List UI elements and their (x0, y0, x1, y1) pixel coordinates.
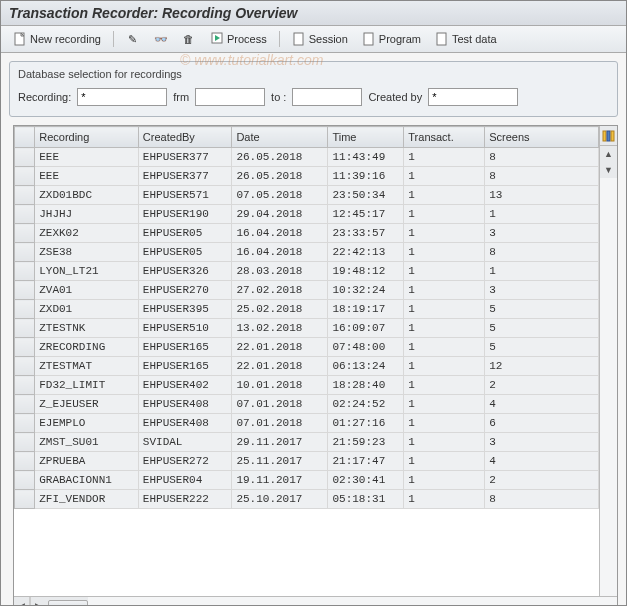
column-time[interactable]: Time (328, 127, 404, 148)
row-selector[interactable] (15, 338, 35, 357)
vscroll-track[interactable] (600, 178, 617, 596)
row-selector-header[interactable] (15, 127, 35, 148)
svg-rect-3 (364, 33, 373, 45)
table-row[interactable]: GRABACIONN1EHPUSER0419.11.201702:30:4112 (15, 471, 599, 490)
scroll-right-icon[interactable]: ▶ (30, 597, 46, 606)
row-selector[interactable] (15, 376, 35, 395)
table-row[interactable]: ZXD01BDCEHPUSER57107.05.201823:50:34113 (15, 186, 599, 205)
scroll-down-icon[interactable]: ▼ (600, 162, 617, 178)
cell-screens: 8 (485, 148, 599, 167)
to-label: to : (271, 91, 286, 103)
configure-columns-icon[interactable] (600, 126, 617, 146)
cell-recording: ZXD01 (35, 300, 139, 319)
test-data-button[interactable]: Test data (431, 30, 501, 48)
table-row[interactable]: ZMST_SU01SVIDAL29.11.201721:59:2313 (15, 433, 599, 452)
new-recording-label: New recording (30, 33, 101, 45)
table-row[interactable]: ZPRUEBAEHPUSER27225.11.201721:17:4714 (15, 452, 599, 471)
row-selector[interactable] (15, 300, 35, 319)
row-selector[interactable] (15, 433, 35, 452)
delete-button[interactable]: 🗑 (178, 30, 200, 48)
created-by-input[interactable] (428, 88, 518, 106)
cell-created-by: EHPUSER395 (138, 300, 232, 319)
column-created-by[interactable]: CreatedBy (138, 127, 232, 148)
hscroll-thumb[interactable] (48, 600, 88, 607)
scroll-left-icon[interactable]: ◀ (14, 597, 30, 606)
cell-created-by: EHPUSER408 (138, 395, 232, 414)
application-toolbar: New recording ✎ 👓 🗑 Process Session Prog… (1, 26, 626, 53)
recordings-table: Recording CreatedBy Date Time Transact. … (14, 126, 599, 509)
horizontal-scrollbar[interactable]: ◀ ▶ (14, 596, 617, 606)
table-row[interactable]: FD32_LIMITEHPUSER40210.01.201818:28:4012 (15, 376, 599, 395)
cell-time: 02:30:41 (328, 471, 404, 490)
table-row[interactable]: ZTESTMATEHPUSER16522.01.201806:13:24112 (15, 357, 599, 376)
row-selector[interactable] (15, 357, 35, 376)
hscroll-track[interactable] (88, 597, 617, 606)
frm-input[interactable] (195, 88, 265, 106)
row-selector[interactable] (15, 167, 35, 186)
cell-transact: 1 (404, 224, 485, 243)
row-selector[interactable] (15, 490, 35, 509)
cell-screens: 1 (485, 262, 599, 281)
new-recording-button[interactable]: New recording (9, 30, 105, 48)
column-screens[interactable]: Screens (485, 127, 599, 148)
cell-recording: Z_EJEUSER (35, 395, 139, 414)
cell-transact: 1 (404, 357, 485, 376)
vertical-scrollbar[interactable]: ▲ ▼ (599, 126, 617, 596)
row-selector[interactable] (15, 395, 35, 414)
program-button[interactable]: Program (358, 30, 425, 48)
table-row[interactable]: JHJHJEHPUSER19029.04.201812:45:1711 (15, 205, 599, 224)
cell-transact: 1 (404, 243, 485, 262)
session-button[interactable]: Session (288, 30, 352, 48)
cell-time: 23:33:57 (328, 224, 404, 243)
scroll-up-icon[interactable]: ▲ (600, 146, 617, 162)
row-selector[interactable] (15, 414, 35, 433)
cell-screens: 8 (485, 490, 599, 509)
table-row[interactable]: EEEEHPUSER37726.05.201811:43:4918 (15, 148, 599, 167)
table-row[interactable]: ZVA01EHPUSER27027.02.201810:32:2413 (15, 281, 599, 300)
cell-screens: 4 (485, 452, 599, 471)
column-recording[interactable]: Recording (35, 127, 139, 148)
column-transact[interactable]: Transact. (404, 127, 485, 148)
table-row[interactable]: EEEEHPUSER37726.05.201811:39:1618 (15, 167, 599, 186)
table-row[interactable]: Z_EJEUSEREHPUSER40807.01.201802:24:5214 (15, 395, 599, 414)
row-selector[interactable] (15, 452, 35, 471)
cell-time: 10:32:24 (328, 281, 404, 300)
row-selector[interactable] (15, 224, 35, 243)
row-selector[interactable] (15, 319, 35, 338)
row-selector[interactable] (15, 148, 35, 167)
table-row[interactable]: ZSE38EHPUSER0516.04.201822:42:1318 (15, 243, 599, 262)
cell-recording: EEE (35, 167, 139, 186)
column-date[interactable]: Date (232, 127, 328, 148)
to-input[interactable] (292, 88, 362, 106)
cell-screens: 3 (485, 224, 599, 243)
created-by-label: Created by (368, 91, 422, 103)
row-selector[interactable] (15, 471, 35, 490)
table-row[interactable]: ZFI_VENDOREHPUSER22225.10.201705:18:3118 (15, 490, 599, 509)
test-data-label: Test data (452, 33, 497, 45)
row-selector[interactable] (15, 205, 35, 224)
cell-created-by: EHPUSER408 (138, 414, 232, 433)
cell-time: 19:48:12 (328, 262, 404, 281)
table-row[interactable]: ZRECORDINGEHPUSER16522.01.201807:48:0015 (15, 338, 599, 357)
cell-date: 22.01.2018 (232, 338, 328, 357)
cell-date: 07.01.2018 (232, 395, 328, 414)
toolbar-separator (113, 31, 114, 47)
process-button[interactable]: Process (206, 30, 271, 48)
table-row[interactable]: ZTESTNKEHPUSER51013.02.201816:09:0715 (15, 319, 599, 338)
table-row[interactable]: LYON_LT21EHPUSER32628.03.201819:48:1211 (15, 262, 599, 281)
recording-input[interactable] (77, 88, 167, 106)
row-selector[interactable] (15, 281, 35, 300)
glasses-button[interactable]: 👓 (150, 30, 172, 48)
table-row[interactable]: ZEXK02EHPUSER0516.04.201823:33:5713 (15, 224, 599, 243)
cell-recording: ZVA01 (35, 281, 139, 300)
table-row[interactable]: ZXD01EHPUSER39525.02.201818:19:1715 (15, 300, 599, 319)
row-selector[interactable] (15, 262, 35, 281)
edit-button[interactable]: ✎ (122, 30, 144, 48)
cell-time: 11:43:49 (328, 148, 404, 167)
table-row[interactable]: EJEMPLOEHPUSER40807.01.201801:27:1616 (15, 414, 599, 433)
cell-created-by: EHPUSER272 (138, 452, 232, 471)
document-icon (435, 32, 449, 46)
row-selector[interactable] (15, 186, 35, 205)
row-selector[interactable] (15, 243, 35, 262)
cell-screens: 8 (485, 167, 599, 186)
